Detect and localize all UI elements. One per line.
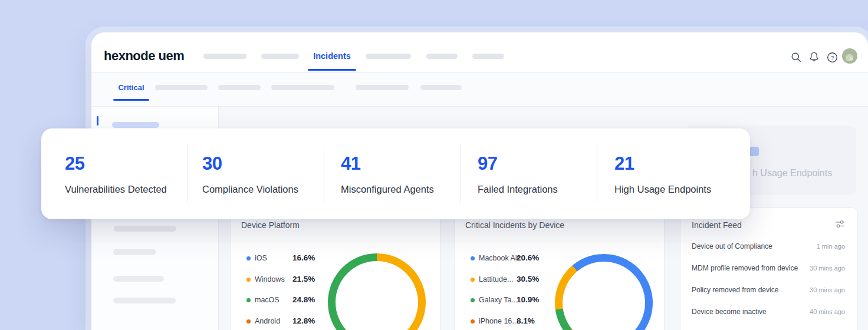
legend-dot-windows (246, 278, 251, 282)
hexnode-logo[interactable]: hexnode uem (104, 48, 184, 64)
incident-feed-card: Incident Feed Device out of Compliance 1… (680, 207, 858, 330)
legend-value: 16.6% (292, 253, 315, 262)
stat-value-high-usage: 21 (614, 153, 634, 174)
device-platform-title: Device Platform (241, 220, 300, 230)
subnav-tab-placeholder[interactable] (155, 85, 208, 90)
sidebar-item-placeholder[interactable] (114, 226, 176, 232)
stat-value-failed-integrations: 97 (478, 153, 497, 174)
search-icon[interactable] (790, 51, 802, 63)
legend-label: iOS (255, 254, 267, 262)
tab-critical[interactable]: Critical (113, 83, 149, 92)
notifications-icon[interactable] (808, 51, 820, 62)
legend-value: 10.9% (517, 295, 539, 304)
sidebar-item-placeholder[interactable] (113, 298, 176, 303)
feed-item[interactable]: Device become inactive 40 mins ago (692, 305, 845, 319)
nav-tab-placeholder[interactable] (472, 54, 504, 59)
nav-tab-placeholder[interactable] (366, 54, 411, 59)
stat-value-misconfigured: 41 (341, 153, 360, 174)
incident-feed-title: Incident Feed (692, 220, 742, 230)
tab-incidents[interactable]: Incidents (308, 51, 356, 61)
stat-divider (324, 145, 324, 203)
background-stat-value-blur (749, 147, 759, 156)
legend-label: Galaxy Ta... (479, 296, 518, 304)
stat-value-compliance: 30 (202, 153, 222, 174)
feed-item-time: 40 mins ago (810, 308, 845, 315)
legend-value: 20.6% (517, 253, 539, 262)
device-platform-donut-chart (328, 253, 426, 330)
legend-label: Windows (255, 275, 285, 283)
legend-label: macOS (255, 296, 280, 304)
feed-item-time: 30 mins ago (810, 286, 845, 293)
subnav-tab-placeholder[interactable] (356, 85, 409, 90)
feed-item-time: 1 min ago (817, 243, 845, 250)
device-platform-card: Device Platform iOS 16.6% Windows 21.5% … (230, 207, 440, 330)
subnav-tab-placeholder[interactable] (271, 85, 334, 90)
stat-label-misconfigured: Misconfigured Agents (341, 184, 434, 195)
feed-item-label: MDM profile removed from device (692, 264, 798, 272)
subnav-tab-placeholder[interactable] (420, 85, 462, 90)
feed-item[interactable]: MDM profile removed from device 30 mins … (692, 261, 845, 275)
feed-item-label: Policy removed from device (692, 286, 778, 294)
stat-divider (460, 145, 461, 203)
stat-label-failed-integrations: Failed Integrations (478, 184, 558, 195)
feed-item-label: Device out of Compliance (692, 242, 772, 250)
legend-value: 8.1% (517, 316, 535, 325)
filter-icon[interactable] (835, 220, 846, 229)
avatar[interactable] (842, 48, 857, 64)
svg-text:?: ? (830, 54, 834, 61)
legend-dot-macbook-air (471, 256, 475, 260)
stat-label-compliance: Compliance Violations (202, 184, 298, 195)
legend-label: Android (255, 317, 280, 325)
help-icon[interactable]: ? (826, 51, 838, 63)
stat-divider (187, 145, 188, 203)
critical-incidents-donut-chart (555, 254, 653, 330)
feed-item[interactable]: Policy removed from device 30 mins ago (692, 283, 845, 297)
legend-dot-android (246, 319, 251, 324)
legend-dot-lattitude (471, 278, 475, 282)
critical-incidents-title: Critical Incidents by Device (465, 220, 564, 230)
legend-value: 12.8% (292, 316, 315, 325)
page-background: hexnode uem Incidents ? Critical h Usage… (0, 0, 868, 330)
critical-incidents-card: Critical Incidents by Device Macbook Air… (454, 207, 665, 330)
legend-dot-ios (246, 256, 251, 260)
stat-label-vulnerabilities: Vulnerabilities Detected (65, 184, 167, 195)
sidebar-item-placeholder[interactable] (113, 249, 156, 255)
stat-divider (597, 145, 597, 203)
nav-tab-placeholder[interactable] (426, 54, 458, 59)
feed-item-time: 30 mins ago (810, 265, 845, 272)
tab-critical-underline (113, 99, 149, 101)
feed-item-label: Device become inactive (692, 308, 767, 316)
legend-label: Lattitude... (479, 275, 513, 283)
tab-incidents-underline (308, 69, 356, 71)
legend-dot-iphone (471, 319, 475, 324)
stats-summary-card: 25 Vulnerabilities Detected 30 Complianc… (41, 128, 750, 219)
nav-tab-placeholder[interactable] (203, 54, 246, 59)
legend-value: 21.5% (292, 275, 315, 283)
legend-value: 30.5% (517, 275, 539, 283)
legend-value: 24.8% (292, 295, 315, 304)
legend-dot-galaxy-tab (471, 298, 475, 302)
nav-tab-placeholder[interactable] (261, 54, 299, 59)
stat-value-vulnerabilities: 25 (65, 153, 84, 174)
feed-item[interactable]: Device out of Compliance 1 min ago (692, 239, 845, 253)
subnav-bar (91, 72, 868, 106)
stat-label-high-usage: High Usage Endpoints (614, 184, 711, 195)
sidebar-item-placeholder[interactable] (113, 276, 164, 282)
legend-label: Macbook Air (479, 254, 520, 262)
background-stat-label: h Usage Endpoints (752, 168, 832, 179)
sidebar-active-indicator (97, 116, 98, 126)
legend-dot-macos (246, 298, 251, 302)
sidebar-item-active[interactable] (112, 122, 159, 128)
subnav-tab-placeholder[interactable] (218, 85, 261, 90)
legend-label: iPhone 16... (479, 317, 518, 325)
